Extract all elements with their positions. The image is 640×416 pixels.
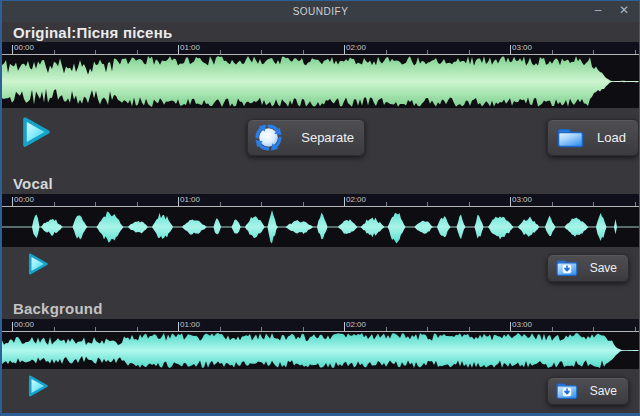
timeline-tick <box>12 45 13 54</box>
close-button[interactable]: ✕ <box>609 1 639 22</box>
timeline-label: 00:00 <box>14 195 34 204</box>
vocal-save-button[interactable]: Save <box>547 254 629 282</box>
original-play-button[interactable] <box>19 115 53 149</box>
save-button-label: Save <box>590 384 617 398</box>
original-section-title: Original:Пісня пісень <box>13 24 172 41</box>
folder-download-icon <box>556 382 578 400</box>
vocal-play-button[interactable] <box>26 252 50 276</box>
vocal-section-title: Vocal <box>13 175 53 192</box>
load-button[interactable]: Load <box>547 119 639 156</box>
app-window: SOUNDIFY – ✕ Original:Пісня пісень 00:00… <box>0 0 640 416</box>
timeline-label: 00:00 <box>14 320 34 329</box>
timeline-label: 01:00 <box>180 43 200 52</box>
timeline-tick <box>178 45 179 54</box>
original-waveform <box>2 55 639 108</box>
background-timeline: 00:0001:0002:0003:00 <box>2 319 639 332</box>
timeline-label: 02:00 <box>346 43 366 52</box>
vocal-waveform <box>2 207 639 247</box>
timeline-tick <box>178 197 179 206</box>
timeline-label: 01:00 <box>180 195 200 204</box>
save-button-label: Save <box>590 261 617 275</box>
original-waveform-panel: 00:0001:0002:0003:00 <box>2 42 639 108</box>
folder-icon <box>557 127 584 149</box>
timeline-label: 03:00 <box>512 43 532 52</box>
timeline-tick <box>510 197 511 206</box>
timeline-tick <box>510 45 511 54</box>
timeline-tick <box>12 322 13 331</box>
timeline-label: 03:00 <box>512 195 532 204</box>
background-play-button[interactable] <box>26 374 50 398</box>
timeline-label: 02:00 <box>346 195 366 204</box>
folder-download-icon <box>556 259 578 277</box>
separate-sync-icon <box>255 124 282 151</box>
titlebar: SOUNDIFY – ✕ <box>2 1 639 22</box>
timeline-tick <box>344 197 345 206</box>
timeline-label: 01:00 <box>180 320 200 329</box>
background-section-title: Background <box>13 300 103 317</box>
original-timeline: 00:0001:0002:0003:00 <box>2 42 639 55</box>
play-icon <box>19 137 53 152</box>
vocal-timeline: 00:0001:0002:0003:00 <box>2 194 639 207</box>
background-waveform-panel: 00:0001:0002:0003:00 <box>2 319 639 369</box>
load-button-label: Load <box>597 130 626 145</box>
background-save-button[interactable]: Save <box>547 377 629 405</box>
separate-button-label: Separate <box>301 130 354 145</box>
timeline-tick <box>178 322 179 331</box>
play-icon <box>26 264 50 279</box>
timeline-tick <box>510 322 511 331</box>
separate-button[interactable]: Separate <box>247 119 365 156</box>
timeline-label: 02:00 <box>346 320 366 329</box>
timeline-tick <box>344 45 345 54</box>
timeline-tick <box>12 197 13 206</box>
play-icon <box>26 386 50 401</box>
vocal-waveform-panel: 00:0001:0002:0003:00 <box>2 194 639 247</box>
timeline-label: 00:00 <box>14 43 34 52</box>
timeline-tick <box>344 322 345 331</box>
timeline-label: 03:00 <box>512 320 532 329</box>
app-title: SOUNDIFY <box>2 1 639 22</box>
background-waveform <box>2 332 639 369</box>
